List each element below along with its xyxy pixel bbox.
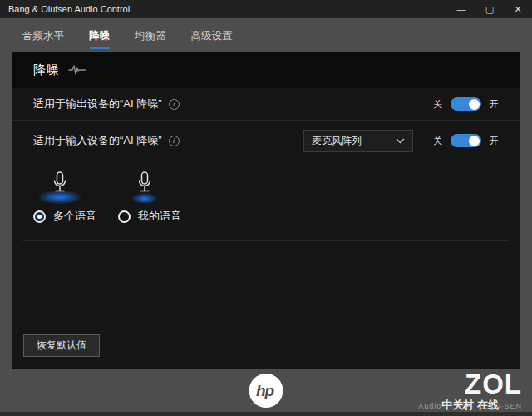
maximize-button[interactable]: ▢ bbox=[475, 0, 504, 18]
minimize-button[interactable]: — bbox=[447, 0, 475, 18]
tab-advanced-settings[interactable]: 高级设置 bbox=[191, 22, 233, 52]
restore-defaults-button[interactable]: 恢复默认值 bbox=[23, 334, 100, 357]
voice-option-multiple-radio-row: 多个语音 bbox=[33, 209, 96, 224]
noise-reduction-panel: 降噪 适用于输出设备的“AI 降噪” 关 开 适用于输入设备的“AI 降噪” 麦… bbox=[12, 52, 520, 369]
output-noise-reduction-toggle[interactable] bbox=[451, 97, 481, 111]
hp-logo-text: hp bbox=[256, 382, 276, 400]
microphone-device-dropdown[interactable]: 麦克风阵列 bbox=[303, 130, 413, 152]
voice-option-my-voice-label: 我的语音 bbox=[138, 209, 181, 224]
voice-mode-options: 多个语音 我的语音 bbox=[12, 159, 520, 224]
voice-option-multiple[interactable]: 多个语音 bbox=[33, 171, 96, 224]
panel-header: 降噪 bbox=[12, 52, 520, 88]
section-divider bbox=[23, 240, 509, 241]
toggle-on-label: 开 bbox=[490, 98, 499, 111]
window-controls: — ▢ ✕ bbox=[447, 0, 532, 18]
output-noise-reduction-label: 适用于输出设备的“AI 降噪” bbox=[33, 97, 162, 111]
tab-noise-reduction[interactable]: 降噪 bbox=[89, 22, 110, 52]
info-icon[interactable] bbox=[169, 136, 180, 146]
toggle-knob bbox=[469, 99, 480, 110]
voice-option-multiple-label: 多个语音 bbox=[53, 209, 96, 224]
voice-option-my-voice-radio-row: 我的语音 bbox=[118, 209, 181, 224]
input-noise-reduction-toggle[interactable] bbox=[451, 134, 481, 147]
dropdown-selected-value: 麦克风阵列 bbox=[312, 134, 362, 148]
voice-option-my-voice[interactable]: 我的语音 bbox=[118, 171, 181, 224]
toggle-on-label: 开 bbox=[490, 135, 499, 147]
input-noise-reduction-row: 适用于输入设备的“AI 降噪” 麦克风阵列 关 开 bbox=[12, 122, 520, 159]
title-bar: Bang & Olufsen Audio Control — ▢ ✕ bbox=[0, 0, 532, 18]
watermark-suffix: FSEN bbox=[499, 402, 522, 410]
zol-watermark-subtitle: Audio中关村 在线FSEN bbox=[418, 399, 522, 410]
watermark-prefix: Audio bbox=[418, 402, 441, 410]
watermark-cn: 中关村 在线 bbox=[441, 399, 499, 411]
zol-watermark: ZOL Audio中关村 在线FSEN bbox=[418, 370, 522, 410]
info-icon[interactable] bbox=[169, 99, 180, 110]
toggle-knob bbox=[469, 136, 480, 146]
input-noise-reduction-label-group: 适用于输入设备的“AI 降噪” bbox=[33, 133, 180, 148]
close-button[interactable]: ✕ bbox=[504, 0, 532, 18]
microphone-single-icon bbox=[118, 171, 171, 206]
chevron-down-icon bbox=[396, 138, 405, 144]
input-controls-group: 麦克风阵列 关 开 bbox=[303, 130, 499, 152]
bottom-strip bbox=[0, 412, 532, 416]
window-title: Bang & Olufsen Audio Control bbox=[8, 4, 130, 14]
radio-my-voice[interactable] bbox=[118, 210, 131, 223]
radio-multiple-voices[interactable] bbox=[33, 210, 46, 223]
output-noise-reduction-label-group: 适用于输出设备的“AI 降噪” bbox=[33, 97, 180, 111]
microphone-multiple-icon bbox=[33, 171, 86, 206]
waveform-icon bbox=[68, 63, 86, 77]
panel-title: 降噪 bbox=[33, 62, 60, 78]
output-toggle-group: 关 开 bbox=[433, 97, 499, 111]
input-noise-reduction-label: 适用于输入设备的“AI 降噪” bbox=[33, 133, 162, 148]
hp-logo: hp bbox=[249, 374, 283, 408]
footer: hp ZOL Audio中关村 在线FSEN bbox=[0, 369, 532, 416]
toggle-off-label: 关 bbox=[433, 135, 442, 147]
tab-bar: 音频水平 降噪 均衡器 高级设置 bbox=[0, 18, 532, 52]
tab-audio-levels[interactable]: 音频水平 bbox=[22, 22, 64, 52]
zol-watermark-title: ZOL bbox=[418, 370, 522, 398]
output-noise-reduction-row: 适用于输出设备的“AI 降噪” 关 开 bbox=[12, 88, 520, 121]
toggle-off-label: 关 bbox=[433, 98, 442, 111]
tab-equalizer[interactable]: 均衡器 bbox=[135, 22, 166, 52]
